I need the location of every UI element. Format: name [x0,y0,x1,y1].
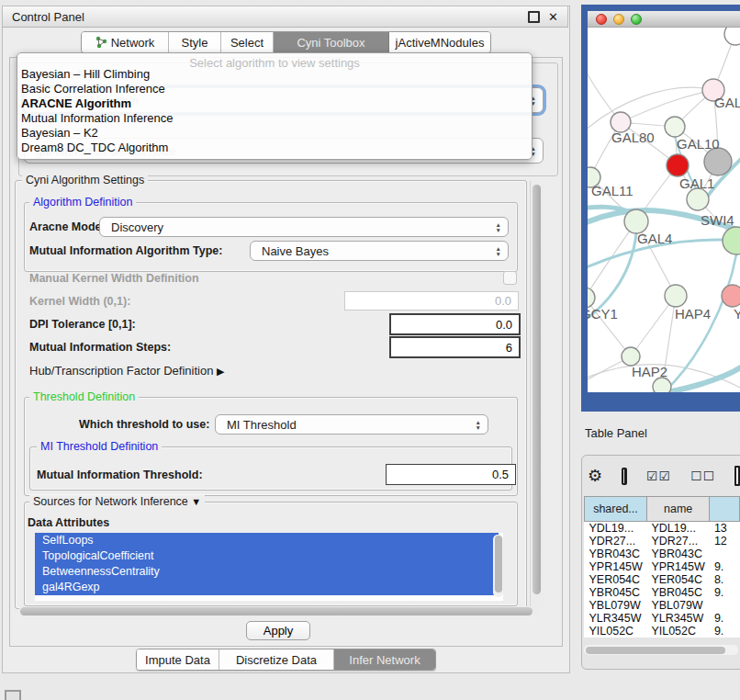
expand-right-icon[interactable]: ▶ [217,366,224,377]
attributes-list-scrollbar[interactable] [493,535,503,597]
dropdown-item[interactable]: Mutual Information Inference [19,111,173,126]
network-edge [621,90,713,122]
node-red[interactable] [667,154,689,176]
which-threshold-combo[interactable]: MI Threshold ▲▼ [215,414,488,435]
table-row[interactable]: YDR27...YDR27...12 [585,535,740,548]
settings-vertical-scrollbar[interactable] [530,181,544,607]
dropdown-item[interactable]: ARACNE Algorithm [19,96,131,111]
mi-algorithm-type-combo[interactable]: Naive Bayes ▲▼ [250,241,509,261]
node-label: HAP2 [632,364,667,379]
mi-algorithm-type-label: Mutual Information Algorithm Type: [29,244,222,257]
node-bottom[interactable] [653,378,671,392]
tab-network[interactable]: Network [82,32,169,52]
mi-steps-field[interactable]: 6 [389,336,521,358]
tab-impute-data[interactable]: Impute Data [137,649,219,670]
node-swi4[interactable] [723,227,740,254]
tab-infer-network[interactable]: Infer Network [334,649,435,670]
window-minimize-button[interactable] [613,14,624,25]
gear-icon[interactable]: ⚙ [588,468,602,484]
data-attributes-list[interactable]: SelfLoopsTopologicalCoefficientBetweenne… [35,533,503,601]
node-label: GAL80 [611,130,655,145]
aracne-mode-combo[interactable]: Discovery ▲▼ [99,217,509,237]
tab-select[interactable]: Select [221,32,274,52]
node-label: GAL4 [637,231,672,246]
dpi-tolerance-field[interactable]: 0.0 [389,313,521,335]
node-hap2[interactable] [622,347,640,366]
unchecked-checkboxes-icon[interactable]: ☐☐ [690,469,715,483]
node-gal1[interactable] [687,188,709,210]
node-gal10[interactable] [665,117,685,137]
tab-cyni-toolbox[interactable]: Cyni Toolbox [274,32,389,52]
top-tab-bar: NetworkStyleSelectCyni ToolboxjActiveMNo… [81,31,491,53]
node-y[interactable] [722,285,740,307]
attribute-list-item[interactable]: SelfLoops [35,533,499,548]
algorithm-definition-group [24,202,518,272]
table-row[interactable]: YDL19...YDL19...13 [585,522,740,536]
settings-horizontal-scrollbar[interactable] [18,606,542,616]
column-header[interactable]: shared... [585,497,647,522]
mi-threshold-label: Mutual Information Threshold: [37,469,203,481]
sources-group-title: Sources for Network Inference ▼ [29,495,205,508]
node-label: SWI4 [701,212,734,228]
attribute-list-item[interactable]: TopologicalCoefficient [35,548,499,564]
node-label: HAP4 [675,306,711,322]
kernel-width-field[interactable]: 0.0 [344,291,519,310]
document-icon[interactable] [734,466,740,486]
node-gcy1[interactable] [588,288,595,308]
combo-stepper-icon: ▲▼ [496,246,501,256]
dropdown-item[interactable]: Basic Correlation Inference [19,82,165,96]
checked-checkboxes-icon[interactable]: ☑☑ [646,469,671,483]
node-gray[interactable] [704,148,732,175]
node-top[interactable] [724,28,740,45]
combo-stepper-icon: ▲▼ [496,222,501,232]
table-row[interactable]: YBR045CYBR045C9. [585,586,740,599]
column-header[interactable]: name [646,497,710,522]
dpi-tolerance-label: DPI Tolerance [0,1]: [29,318,136,331]
table-panel-toolbar: ⚙ ☑☑ ☐☐ [588,466,740,486]
table-horizontal-scrollbar[interactable] [584,645,738,655]
window-zoom-button[interactable] [631,14,642,25]
attribute-list-item[interactable]: gal4RGexp [35,580,499,595]
dropdown-item[interactable]: Bayesian – Hill Climbing [19,67,150,82]
network-canvas[interactable]: GALGAL80GAL10GAL1GAL11SWI4GAL4GCY1HAP4YH… [588,28,740,392]
table-row[interactable]: YLR345WYLR345W9. [585,612,740,625]
table-row[interactable]: YBR043CYBR043C [585,548,740,560]
panel-title: Control Panel [12,10,84,24]
mi-threshold-group-title: MI Threshold Definition [37,440,162,453]
tab-discretize-data[interactable]: Discretize Data [219,649,334,670]
mi-threshold-field[interactable]: 0.5 [386,464,516,485]
node-label: GAL [714,95,740,110]
column-header[interactable] [710,497,740,522]
hub-definition-expander[interactable]: Hub/Transcription Factor Definition ▶ [29,364,224,378]
table-row[interactable]: YER054CYER054C8. [585,573,740,586]
settings-group-title: Cyni Algorithm Settings [22,174,148,186]
columns-icon[interactable] [622,468,627,485]
manual-kernel-width-checkbox[interactable] [503,271,517,285]
mi-steps-label: Mutual Information Steps: [29,341,171,354]
corner-widget-icon[interactable] [5,690,21,700]
float-window-icon[interactable] [528,11,540,23]
kernel-width-label: Kernel Width (0,1): [29,295,130,308]
collapse-down-icon[interactable]: ▼ [191,496,201,507]
attribute-list-item[interactable]: BetweennessCentrality [35,564,499,580]
table-row[interactable]: YPR145WYPR145W9. [585,560,740,573]
algorithm-dropdown-list: Select algorithm to view settings Bayesi… [17,52,533,160]
network-edge [588,53,621,122]
control-panel-titlebar: Control Panel ✕ [2,6,568,28]
aracne-mode-label: Aracne Mode: [29,220,106,233]
node-hap4[interactable] [665,285,687,307]
dropdown-item[interactable]: Dream8 DC_TDC Algorithm [19,141,168,155]
tab-jactivemnodules[interactable]: jActiveMNodules [389,32,490,52]
tab-style[interactable]: Style [169,32,221,52]
table-panel-title: Table Panel [585,426,647,440]
window-close-button[interactable] [596,14,607,25]
table-row[interactable]: YIL052CYIL052C9. [585,625,740,638]
apply-button[interactable]: Apply [246,621,310,640]
table-row[interactable]: YBL079WYBL079W [585,599,740,612]
network-icon [95,36,107,49]
threshold-definition-title: Threshold Definition [29,390,139,403]
which-threshold-label: Which threshold to use: [79,418,209,431]
dropdown-item[interactable]: Bayesian – K2 [19,126,98,141]
node-table: shared...nameYDL19...YDL19...13YDR27...Y… [584,496,740,643]
close-icon[interactable]: ✕ [548,11,558,23]
